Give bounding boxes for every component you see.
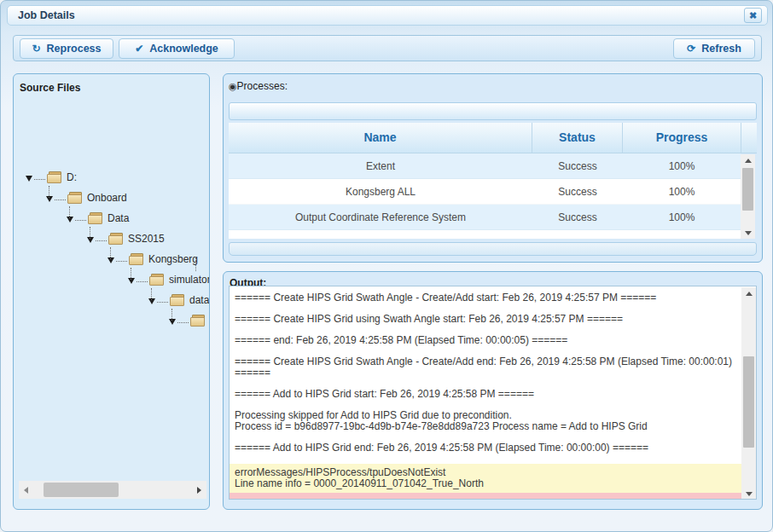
- tree-node-clipped[interactable]: [169, 310, 210, 331]
- table-header: Name Status Progress: [229, 123, 757, 153]
- folder-icon: [129, 253, 143, 265]
- reprocess-icon: ↻: [32, 43, 41, 55]
- title-bar: Job Details ✖: [7, 5, 768, 26]
- column-header-name[interactable]: Name: [229, 123, 532, 153]
- arrow-down-icon: [746, 492, 753, 496]
- log-line: ====== Create HIPS Grid using Swath Angl…: [230, 314, 741, 325]
- tree-expand-icon[interactable]: [108, 257, 114, 263]
- tree-node-kongsberg[interactable]: Kongsberg: [108, 249, 198, 269]
- acknowledge-label: Acknowledge: [149, 43, 218, 55]
- scrollbar-track[interactable]: [741, 166, 755, 227]
- arrow-up-icon: [745, 159, 752, 163]
- scrollbar-thumb[interactable]: [743, 356, 754, 448]
- arrow-down-icon: [745, 231, 752, 235]
- toolbar: ↻ Reprocess ✔ Acknowledge ⟳ Refresh: [13, 35, 762, 61]
- tree-node-ss2015[interactable]: SS2015: [87, 228, 165, 249]
- reprocess-button[interactable]: ↻ Reprocess: [20, 38, 113, 59]
- folder-icon: [190, 315, 205, 327]
- output-panel: Output: ====== Create HIPS Grid Swath An…: [223, 271, 763, 510]
- output-vertical-scrollbar[interactable]: [741, 287, 756, 500]
- tree-expand-icon[interactable]: [67, 217, 73, 223]
- log-line: ====== Create HIPS Grid Swath Angle - Cr…: [230, 356, 741, 379]
- folder-icon: [170, 294, 184, 306]
- source-files-panel: Source Files D: Onboard Data SS2015 Kong…: [13, 73, 210, 510]
- output-log-area: ====== Create HIPS Grid Swath Angle - Cr…: [229, 286, 757, 500]
- column-header-status[interactable]: Status: [532, 123, 623, 153]
- refresh-icon: ⟳: [687, 43, 695, 55]
- scrollbar-thumb[interactable]: [742, 168, 753, 211]
- table-row[interactable]: Extent Success 100%: [229, 153, 741, 179]
- job-details-window: Job Details ✖ ↻ Reprocess ✔ Acknowledge …: [0, 0, 773, 532]
- tree-node-data2[interactable]: data: [148, 290, 209, 310]
- scroll-down-button[interactable]: [741, 227, 755, 239]
- table-row[interactable]: Kongsberg ALL Success 100%: [229, 179, 741, 205]
- scroll-down-button[interactable]: [741, 488, 756, 500]
- scroll-right-button[interactable]: [192, 481, 206, 499]
- tree-expand-icon[interactable]: [87, 237, 94, 243]
- processes-label: ◉Processes:: [229, 80, 288, 92]
- scrollbar-track[interactable]: [33, 481, 192, 499]
- log-warning-highlight: errorMessages/HIPSProcess/tpuDoesNotExis…: [230, 464, 741, 493]
- acknowledge-button[interactable]: ✔ Acknowledge: [119, 38, 235, 59]
- log-line: ====== Add to HIPS Grid end: Feb 26, 201…: [230, 442, 741, 454]
- tree-node-simulator[interactable]: simulator: [128, 269, 210, 290]
- refresh-label: Refresh: [701, 43, 741, 55]
- arrow-left-icon: [24, 487, 28, 494]
- folder-icon: [149, 274, 164, 286]
- check-icon: ✔: [135, 43, 143, 55]
- processes-panel: ◉Processes: Name Status Progress Extent …: [223, 73, 763, 263]
- arrow-right-icon: [197, 487, 201, 494]
- tree-expand-icon[interactable]: [169, 319, 176, 325]
- tree-connector: [195, 258, 196, 271]
- tree-expand-icon[interactable]: [148, 298, 155, 304]
- refresh-button[interactable]: ⟳ Refresh: [673, 38, 755, 59]
- table-row[interactable]: Output Coordinate Reference System Succe…: [229, 205, 741, 230]
- source-files-title: Source Files: [20, 82, 80, 94]
- folder-icon: [108, 233, 123, 245]
- tree-horizontal-scrollbar[interactable]: [19, 481, 206, 499]
- tree-node-onboard[interactable]: Onboard: [46, 188, 127, 208]
- tree-expand-icon[interactable]: [46, 196, 53, 202]
- log-line: ====== Create HIPS Grid Swath Angle - Cr…: [230, 292, 741, 304]
- folder-icon: [47, 171, 61, 183]
- processes-footer-bar: [229, 242, 757, 256]
- log-line: ====== Add to HIPS Grid start: Feb 26, 2…: [230, 389, 741, 400]
- column-header-progress[interactable]: Progress: [623, 123, 741, 153]
- reprocess-label: Reprocess: [47, 43, 102, 55]
- scroll-up-button[interactable]: [741, 154, 755, 166]
- table-body: Extent Success 100% Kongsberg ALL Succes…: [229, 153, 741, 239]
- close-button[interactable]: ✖: [744, 8, 762, 23]
- log-line: ====== end: Feb 26, 2019 4:25:58 PM (Ela…: [230, 335, 741, 346]
- log-line: Processing skipped for Add to HIPS Grid …: [230, 410, 741, 432]
- tree-node-data[interactable]: Data: [67, 208, 129, 228]
- folder-icon: [88, 212, 102, 224]
- table-vertical-scrollbar[interactable]: [741, 154, 755, 239]
- folder-icon: [67, 192, 82, 204]
- processes-icon: ◉: [229, 81, 237, 91]
- log-error-strip: [230, 493, 741, 499]
- scrollbar-thumb[interactable]: [44, 483, 119, 497]
- column-header-filler: [741, 123, 757, 153]
- close-icon: ✖: [749, 10, 757, 20]
- scrollbar-track[interactable]: [741, 299, 756, 488]
- window-title: Job Details: [18, 6, 75, 25]
- scroll-left-button[interactable]: [19, 481, 33, 499]
- tree-node-drive[interactable]: D:: [26, 167, 77, 188]
- tree-expand-icon[interactable]: [26, 176, 32, 182]
- processes-group-bar: [229, 102, 757, 120]
- scroll-up-button[interactable]: [741, 287, 756, 299]
- output-log-text: ====== Create HIPS Grid Swath Angle - Cr…: [230, 286, 741, 499]
- arrow-up-icon: [746, 292, 753, 296]
- table-row[interactable]: Add to HIPS Grid: [229, 230, 741, 239]
- tree-expand-icon[interactable]: [128, 278, 135, 284]
